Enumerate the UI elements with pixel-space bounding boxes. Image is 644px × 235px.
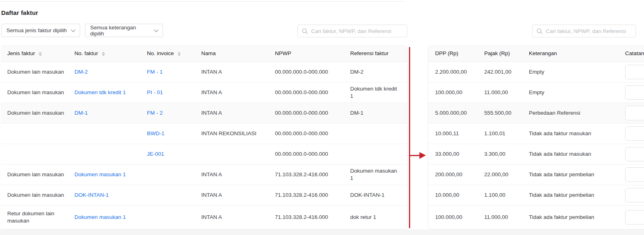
nama-cell: INTAN A: [201, 68, 275, 76]
pajak-cell: 1.100,00: [484, 192, 529, 199]
column-header: No. invoice: [147, 50, 201, 57]
search-icon: [302, 28, 308, 34]
catatan-input[interactable]: [625, 106, 644, 120]
column-header: NPWP: [275, 50, 350, 57]
catatan-cell: [625, 167, 644, 182]
table-row: Dokumen lain masukanDokumen masukan 1INT…: [1, 165, 407, 185]
jenis-faktur-cell-text: Dokumen lain masukan: [7, 192, 64, 199]
catatan-input[interactable]: [625, 210, 644, 225]
keterangan-cell-text: Tidak ada faktur pembelian: [529, 171, 594, 178]
referensi-faktur-cell: DM-1: [350, 109, 407, 117]
pajak-cell: 3.300,00: [484, 150, 529, 158]
catatan-input[interactable]: [625, 167, 644, 182]
catatan-cell: [625, 106, 644, 120]
npwp-cell-text: 71.103.328.2-416.000: [275, 192, 328, 199]
keterangan-cell: Tidak ada faktur pembelian: [529, 214, 625, 221]
column-header-label: Keterangan: [529, 50, 557, 57]
no-faktur-link: DOK-INTAN-1: [74, 192, 147, 199]
sort-icon[interactable]: [39, 52, 42, 56]
column-header: Referensi faktur: [350, 50, 407, 57]
table-row: Dokumen lain masukanDokumen tdk kredit 1…: [1, 82, 407, 103]
keterangan-cell: Tidak ada faktur pembelian: [529, 171, 625, 178]
keterangan-cell: Perbedaan Referensi: [529, 109, 625, 117]
nama-cell: INTAN A: [201, 171, 275, 178]
dpp-cell: 200.000,00: [435, 171, 484, 178]
catatan-input[interactable]: [625, 126, 644, 141]
no-faktur-link-text[interactable]: DM-2: [74, 68, 88, 76]
no-faktur-link-text[interactable]: Dokumen masukan 1: [74, 171, 126, 178]
filter-jenis-faktur-dropdown[interactable]: Semua jenis faktur dipilih: [1, 24, 80, 37]
invoice-table-right-pane: DPP (Rp)Pajak (Rp)KeteranganCatatan 2.20…: [428, 45, 644, 229]
no-invoice-link: JE-001: [147, 150, 201, 158]
jenis-faktur-cell: Dokumen lain masukan: [7, 192, 74, 199]
no-faktur-link: Dokumen tdk kredit 1: [74, 89, 147, 96]
npwp-cell-text: 71.103.328.2-416.000: [275, 171, 328, 178]
keterangan-cell-text: Empty: [529, 89, 544, 96]
catatan-cell: [625, 126, 644, 141]
sort-icon[interactable]: [178, 52, 181, 56]
pajak-cell: 555.500,00: [484, 109, 529, 117]
dpp-cell-text: 33.000,00: [435, 150, 459, 158]
search-input-left[interactable]: [311, 28, 403, 34]
pajak-cell-text: 11.000,00: [484, 89, 508, 96]
annotation-arrow-line: [409, 47, 410, 228]
no-invoice-link-text[interactable]: FM - 1: [147, 68, 163, 76]
no-invoice-link: FM - 2: [147, 109, 201, 117]
keterangan-cell-text: Perbedaan Referensi: [529, 109, 580, 117]
no-invoice-link-text[interactable]: BWD-1: [147, 130, 165, 137]
column-header: Pajak (Rp): [484, 50, 529, 57]
referensi-faktur-cell: DOK-INTAN-1: [350, 192, 407, 199]
table-row: Dokumen lain masukanDM-1FM - 2INTAN A00.…: [1, 103, 407, 124]
dpp-cell: 10.000,11: [435, 130, 484, 137]
no-invoice-link-text[interactable]: JE-001: [147, 150, 164, 158]
pajak-cell-text: 11.000,00: [484, 214, 508, 221]
catatan-input[interactable]: [625, 65, 644, 79]
npwp-cell-text: 00.000.000.0-000.000: [275, 89, 328, 96]
catatan-cell: [625, 210, 644, 225]
jenis-faktur-cell-text: Dokumen lain masukan: [7, 171, 64, 178]
table-row: 10.000,001.100,00Tidak ada faktur pembel…: [428, 185, 644, 206]
no-faktur-link-text[interactable]: DOK-INTAN-1: [74, 192, 109, 199]
no-faktur-link-text[interactable]: Dokumen masukan 1: [74, 214, 126, 221]
table-row: Dokumen lain masukanDM-2FM - 1INTAN A00.…: [1, 62, 407, 82]
right-table-body: 2.200.000,00242.001,00Empty100.000,0011.…: [428, 62, 644, 229]
table-row: 100.000,0011.000,00Empty: [428, 82, 644, 103]
catatan-cell: [625, 65, 644, 79]
search-box-left[interactable]: [297, 25, 407, 37]
catatan-cell: [625, 188, 644, 202]
keterangan-cell: Empty: [529, 89, 625, 96]
no-invoice-link: FM - 1: [147, 68, 201, 76]
pajak-cell: 242.001,00: [484, 68, 529, 76]
pajak-cell-text: 555.500,00: [484, 109, 512, 117]
table-row: 100.000,0011.000,00Tidak ada faktur pemb…: [428, 206, 644, 229]
no-faktur-link-text[interactable]: Dokumen tdk kredit 1: [74, 89, 126, 96]
search-box-right[interactable]: [532, 25, 636, 37]
no-invoice-link-text[interactable]: FM - 2: [147, 109, 163, 117]
column-header: Catatan: [625, 50, 644, 57]
column-header-label: Referensi faktur: [350, 50, 388, 57]
table-row: 10.000,111.100,01Tidak ada faktur masuka…: [428, 124, 644, 144]
no-faktur-link-text[interactable]: DM-1: [74, 109, 88, 117]
column-header-label: Nama: [201, 50, 216, 57]
no-invoice-link-text[interactable]: PI - 01: [147, 89, 163, 96]
column-header: Jenis faktur: [7, 50, 74, 57]
sort-icon[interactable]: [102, 52, 105, 56]
pajak-cell: 11.000,00: [484, 89, 529, 96]
catatan-input[interactable]: [625, 147, 644, 161]
catatan-input[interactable]: [625, 188, 644, 202]
dpp-cell: 2.200.000,00: [435, 68, 484, 76]
npwp-cell: 00.000.000.0-000.000: [275, 150, 350, 158]
keterangan-cell-text: Tidak ada faktur pembelian: [529, 192, 594, 199]
jenis-faktur-cell: Dokumen lain masukan: [7, 171, 74, 178]
referensi-faktur-cell: dok retur 1: [350, 214, 407, 221]
catatan-cell: [625, 147, 644, 161]
no-faktur-link: DM-2: [74, 68, 147, 76]
search-input-right[interactable]: [546, 28, 632, 34]
jenis-faktur-cell: Retur dokumen lain masukan: [7, 210, 74, 225]
filter-keterangan-dropdown[interactable]: Semua keterangan dipilih: [85, 24, 163, 37]
chevron-down-icon: [71, 27, 75, 32]
column-header: No. faktur: [74, 50, 147, 57]
table-row: JE-00100.000.000.0-000.000: [1, 144, 407, 165]
catatan-input[interactable]: [625, 85, 644, 100]
jenis-faktur-cell-text: Dokumen lain masukan: [7, 89, 64, 96]
